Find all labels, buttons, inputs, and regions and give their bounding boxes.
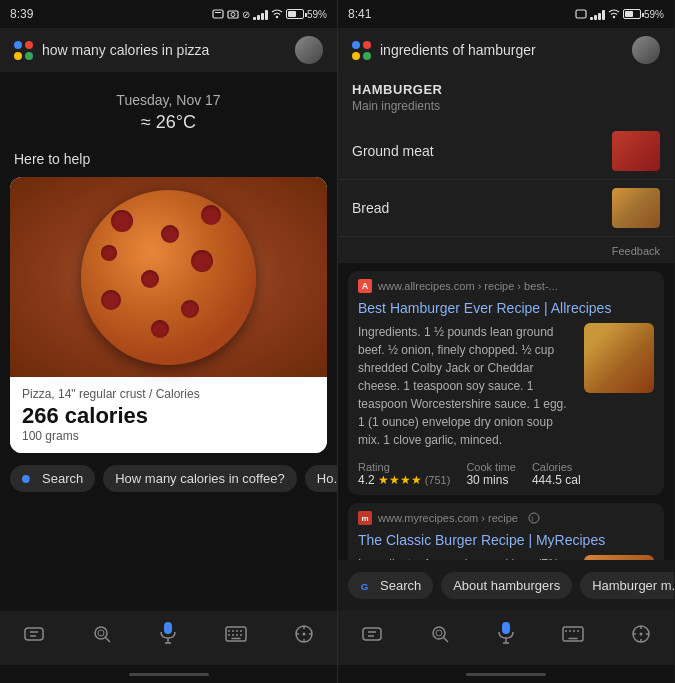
google-icon-chip-search: G — [22, 472, 36, 486]
battery-percent: 59% — [307, 9, 327, 20]
keyboard-nav-icon[interactable] — [225, 626, 247, 647]
cook-time-value: 30 mins — [466, 473, 516, 487]
camera-icon — [227, 9, 239, 19]
dot-blue — [14, 41, 22, 49]
right-battery-percent: 59% — [644, 9, 664, 20]
right-mic-nav-icon[interactable] — [496, 621, 516, 651]
dot-red — [25, 41, 33, 49]
svg-point-55 — [639, 632, 642, 635]
weather-text: ≈ 26°C — [14, 112, 323, 133]
search-results[interactable]: A www.allrecipes.com › recipe › best-...… — [338, 263, 674, 560]
result-card-allrecipes[interactable]: A www.allrecipes.com › recipe › best-...… — [348, 271, 664, 495]
compass-nav-icon[interactable] — [294, 624, 314, 649]
here-to-help-label: Here to help — [0, 147, 337, 177]
svg-point-44 — [436, 630, 442, 636]
rating-count: (751) — [425, 474, 451, 486]
right-keyboard-nav-icon[interactable] — [562, 626, 584, 647]
left-time: 8:39 — [10, 7, 33, 21]
assistant-nav-icon[interactable] — [23, 625, 45, 648]
allrecipes-text: Ingredients. 1 ½ pounds lean ground beef… — [358, 323, 574, 449]
wifi-icon — [271, 9, 283, 19]
svg-point-35 — [613, 16, 615, 18]
svg-line-13 — [105, 637, 110, 642]
allrecipes-title[interactable]: Best Hamburger Ever Recipe | Allrecipes — [348, 297, 664, 323]
meat-image — [612, 131, 660, 171]
svg-rect-15 — [164, 622, 172, 634]
bread-image — [612, 188, 660, 228]
left-status-bar: 8:39 ⊘ — [0, 0, 337, 28]
right-home-indicator — [338, 665, 674, 683]
calories-meta: Calories 444.5 cal — [532, 461, 581, 487]
result-card-myrecipes[interactable]: m www.myrecipes.com › recipe i The Class… — [348, 503, 664, 560]
right-compass-nav-icon[interactable] — [631, 624, 651, 649]
right-status-icons: 59% — [575, 8, 664, 20]
right-chip-search-label: Search — [380, 578, 421, 593]
svg-text:G: G — [23, 474, 30, 484]
bluetooth-icon: ⊘ — [242, 8, 250, 20]
ingredient-row-bread[interactable]: Bread — [338, 180, 674, 237]
feedback-label: Feedback — [612, 245, 660, 257]
svg-point-36 — [529, 513, 539, 523]
allrecipes-source: A www.allrecipes.com › recipe › best-... — [348, 271, 664, 297]
pizza-info: Pizza, 14" regular crust / Calories 266 … — [10, 377, 327, 453]
svg-point-5 — [276, 16, 278, 18]
right-query-text: ingredients of hamburger — [380, 42, 624, 58]
svg-line-43 — [443, 637, 448, 642]
ingredient-row-meat[interactable]: Ground meat — [338, 123, 674, 180]
right-chip-hamburger[interactable]: Hamburger m... — [580, 572, 674, 599]
left-chip-more[interactable]: Ho... — [305, 465, 337, 492]
rating-stars: ★★★★ — [378, 473, 422, 487]
svg-rect-34 — [576, 10, 586, 18]
right-phone-panel: 8:41 59% — [337, 0, 674, 683]
ingredients-section: HAMBURGER Main ingredients — [338, 72, 674, 123]
google-logo-right — [352, 41, 370, 59]
right-status-bar: 8:41 59% — [338, 0, 674, 28]
date-weather-section: Tuesday, Nov 17 ≈ 26°C — [0, 72, 337, 147]
right-dot-green — [363, 52, 371, 60]
right-user-avatar[interactable] — [632, 36, 660, 64]
right-assistant-header[interactable]: ingredients of hamburger — [338, 28, 674, 72]
myrecipes-favicon: m — [358, 511, 372, 525]
svg-rect-9 — [25, 628, 43, 640]
right-dot-red — [363, 41, 371, 49]
right-assistant-nav-icon[interactable] — [361, 625, 383, 648]
svg-point-29 — [302, 632, 305, 635]
svg-text:⊘: ⊘ — [242, 9, 250, 20]
svg-rect-0 — [213, 10, 223, 18]
myrecipes-title[interactable]: The Classic Burger Recipe | MyRecipes — [348, 529, 664, 555]
ingredients-subtitle: Main ingredients — [352, 99, 660, 113]
right-chip-search[interactable]: G Search — [348, 572, 433, 599]
svg-point-3 — [231, 13, 235, 17]
left-assistant-header[interactable]: how many calories in pizza — [0, 28, 337, 72]
mic-nav-icon[interactable] — [158, 621, 178, 651]
lens-nav-icon[interactable] — [92, 624, 112, 649]
right-lens-nav-icon[interactable] — [430, 624, 450, 649]
left-user-avatar[interactable] — [295, 36, 323, 64]
right-google-icon: G — [360, 579, 374, 593]
calories-value: 444.5 cal — [532, 473, 581, 487]
allrecipes-thumb — [584, 323, 654, 393]
right-signal-bars — [590, 8, 605, 20]
left-chip-search-label: Search — [42, 471, 83, 486]
ingredient-bread-name: Bread — [352, 200, 612, 216]
right-chip-about[interactable]: About hamburgers — [441, 572, 572, 599]
left-chip-more-label: Ho... — [317, 471, 337, 486]
svg-text:i: i — [531, 515, 533, 522]
ingredient-meat-name: Ground meat — [352, 143, 612, 159]
pizza-image — [10, 177, 327, 377]
right-dot-yellow — [352, 52, 360, 60]
allrecipes-body: Ingredients. 1 ½ pounds lean ground beef… — [348, 323, 664, 457]
right-chip-about-label: About hamburgers — [453, 578, 560, 593]
left-bottom-nav — [0, 611, 337, 665]
allrecipes-url: www.allrecipes.com › recipe › best-... — [378, 280, 558, 292]
allrecipes-favicon: A — [358, 279, 372, 293]
pizza-label: Pizza, 14" regular crust / Calories — [22, 387, 315, 401]
svg-rect-39 — [363, 628, 381, 640]
pizza-calories: 266 calories — [22, 403, 315, 429]
pizza-card[interactable]: Pizza, 14" regular crust / Calories 266 … — [10, 177, 327, 453]
right-chip-hamburger-label: Hamburger m... — [592, 578, 674, 593]
battery-icon — [286, 9, 304, 19]
right-time: 8:41 — [348, 7, 371, 21]
left-chip-search[interactable]: G Search — [10, 465, 95, 492]
left-chip-coffee[interactable]: How many calories in coffee? — [103, 465, 297, 492]
